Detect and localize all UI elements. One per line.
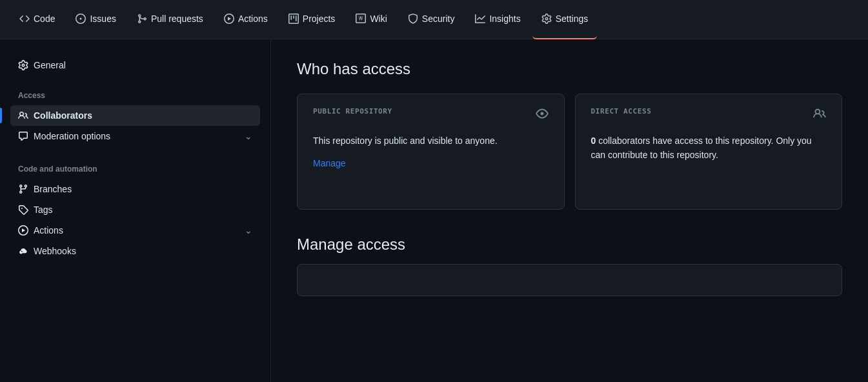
public-repo-card: PUBLIC REPOSITORY This repository is pub… <box>297 94 565 210</box>
pull-requests-icon <box>137 14 147 24</box>
branches-icon <box>18 184 28 194</box>
sidebar-item-moderation[interactable]: Moderation options ⌄ <box>10 126 260 146</box>
nav-item-security[interactable]: Security <box>399 0 464 39</box>
nav-label-settings: Settings <box>556 14 589 24</box>
manage-access-title: Manage access <box>297 236 842 254</box>
code-icon <box>19 14 30 24</box>
top-navigation: Code Issues Pull requests Actions Projec… <box>0 0 868 39</box>
webhooks-label: Webhooks <box>34 246 76 256</box>
branches-label: Branches <box>34 184 72 194</box>
nav-item-insights[interactable]: Insights <box>466 0 529 39</box>
direct-card-text: 0 collaborators have access to this repo… <box>591 134 827 163</box>
tags-icon <box>18 205 28 215</box>
nav-item-projects[interactable]: Projects <box>279 0 345 39</box>
projects-icon <box>288 14 299 24</box>
actions-label: Actions <box>34 225 63 236</box>
nav-item-code[interactable]: Code <box>10 0 64 39</box>
page-layout: General Access Collaborators Moderation … <box>0 39 868 382</box>
people-icon <box>813 107 826 123</box>
nav-label-issues: Issues <box>90 14 116 24</box>
sidebar: General Access Collaborators Moderation … <box>0 39 271 382</box>
eye-icon <box>536 107 549 123</box>
manage-access-box <box>297 264 842 296</box>
sidebar-item-actions[interactable]: Actions ⌄ <box>10 220 260 241</box>
direct-card-header: DIRECT ACCESS <box>591 107 827 123</box>
collaborators-label: Collaborators <box>34 110 92 121</box>
security-icon <box>408 14 418 24</box>
sidebar-item-collaborators[interactable]: Collaborators <box>10 105 260 126</box>
public-card-header: PUBLIC REPOSITORY <box>313 107 549 123</box>
main-content: Who has access PUBLIC REPOSITORY This re… <box>271 39 868 382</box>
tags-label: Tags <box>34 205 53 215</box>
settings-icon <box>541 14 552 24</box>
collaborators-icon <box>18 110 28 121</box>
sidebar-item-branches[interactable]: Branches <box>10 179 260 199</box>
nav-label-actions: Actions <box>238 14 268 24</box>
sidebar-item-general[interactable]: General <box>10 55 260 75</box>
direct-access-card: DIRECT ACCESS 0 collaborators have acces… <box>575 94 843 210</box>
nav-label-pull-requests: Pull requests <box>151 14 203 24</box>
public-card-text: This repository is public and visible to… <box>313 134 549 148</box>
nav-label-code: Code <box>34 14 55 24</box>
actions-chevron-icon: ⌄ <box>245 225 252 236</box>
webhooks-icon <box>18 246 28 256</box>
actions-sidebar-icon <box>18 225 28 236</box>
moderation-label: Moderation options <box>34 131 110 141</box>
nav-label-insights: Insights <box>489 14 520 24</box>
sidebar-item-webhooks[interactable]: Webhooks <box>10 241 260 261</box>
nav-item-actions[interactable]: Actions <box>215 0 277 39</box>
access-cards: PUBLIC REPOSITORY This repository is pub… <box>297 94 842 210</box>
issues-icon <box>76 14 86 24</box>
insights-icon <box>475 14 485 24</box>
direct-access-badge: DIRECT ACCESS <box>591 107 652 116</box>
moderation-icon <box>18 131 28 141</box>
sidebar-general-label: General <box>34 60 66 70</box>
nav-label-projects: Projects <box>303 14 336 24</box>
sidebar-item-tags[interactable]: Tags <box>10 199 260 220</box>
manage-link[interactable]: Manage <box>313 158 346 168</box>
actions-icon <box>224 14 234 24</box>
public-repo-badge: PUBLIC REPOSITORY <box>313 107 392 116</box>
wiki-icon <box>356 14 366 24</box>
chevron-down-icon: ⌄ <box>245 131 252 141</box>
gear-icon <box>18 60 28 70</box>
nav-item-wiki[interactable]: Wiki <box>347 0 396 39</box>
nav-label-security: Security <box>422 14 455 24</box>
sidebar-section-access: Access <box>10 86 260 103</box>
nav-item-issues[interactable]: Issues <box>66 0 125 39</box>
who-has-access-title: Who has access <box>297 60 842 78</box>
nav-label-wiki: Wiki <box>370 14 387 24</box>
sidebar-section-code: Code and automation <box>10 159 260 176</box>
nav-item-settings[interactable]: Settings <box>532 0 598 39</box>
nav-item-pull-requests[interactable]: Pull requests <box>128 0 212 39</box>
